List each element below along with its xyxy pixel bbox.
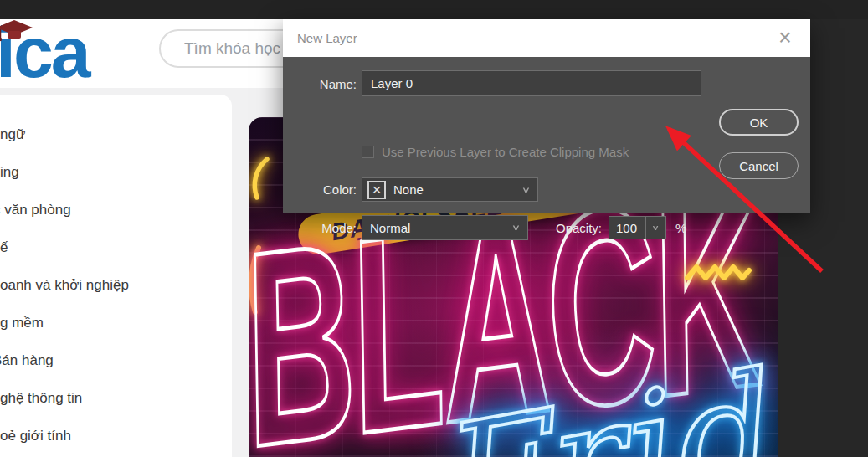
new-layer-dialog: New Layer × Name: OK Use Previous Layer … (283, 19, 810, 213)
opacity-label: Opacity: (518, 221, 602, 235)
sidebar-item-category[interactable]: c văn phòng (0, 191, 232, 228)
layer-name-input[interactable] (362, 70, 701, 96)
sidebar-item-category[interactable]: ing (0, 153, 232, 191)
graduation-cap-icon (0, 20, 33, 42)
opacity-stepper[interactable]: ∨ (645, 216, 666, 239)
color-value: None (393, 182, 424, 197)
top-dark-strip (0, 0, 868, 19)
clipping-mask-row: Use Previous Layer to Create Clipping Ma… (362, 145, 629, 159)
mode-value: Normal (370, 221, 410, 235)
close-icon[interactable]: × (773, 26, 797, 49)
sidebar-item-category[interactable]: ngữ (0, 116, 232, 153)
none-color-swatch-icon: × (367, 181, 386, 199)
dialog-title: New Layer (297, 31, 357, 45)
color-label: Color: (283, 182, 357, 197)
dialog-body: Name: OK Use Previous Layer to Create Cl… (283, 57, 810, 213)
sidebar-item-category[interactable]: oẻ giới tính (0, 417, 232, 454)
cancel-button[interactable]: Cancel (719, 152, 799, 179)
category-sidebar: ngữ ing c văn phòng ế oanh và khởi nghiệ… (0, 95, 232, 457)
chevron-down-icon: ∨ (521, 185, 531, 194)
dialog-titlebar[interactable]: New Layer × (283, 19, 810, 57)
opacity-input[interactable]: 100 (609, 216, 646, 239)
ok-button[interactable]: OK (719, 109, 799, 136)
sidebar-item-category[interactable]: Bán hàng (0, 341, 232, 379)
mode-dropdown[interactable]: Normal ∨ (362, 215, 528, 240)
color-dropdown[interactable]: × None ∨ (362, 177, 538, 202)
opacity-unit: % (675, 221, 686, 235)
chevron-down-icon: ∨ (652, 223, 660, 232)
sidebar-item-category[interactable]: oanh và khởi nghiệp (0, 266, 232, 304)
site-logo[interactable]: ica (0, 18, 89, 86)
name-label: Name: (283, 77, 357, 91)
sidebar-item-category[interactable]: ế (0, 228, 232, 266)
sidebar-item-category[interactable]: ghệ thông tin (0, 379, 232, 417)
clipping-mask-checkbox[interactable] (362, 146, 374, 158)
script-text: Friday (420, 306, 778, 457)
clipping-mask-label: Use Previous Layer to Create Clipping Ma… (382, 145, 629, 159)
opacity-value: 100 (616, 221, 637, 235)
mode-label: Mode: (283, 221, 357, 235)
sidebar-item-category[interactable]: g mềm (0, 304, 232, 341)
